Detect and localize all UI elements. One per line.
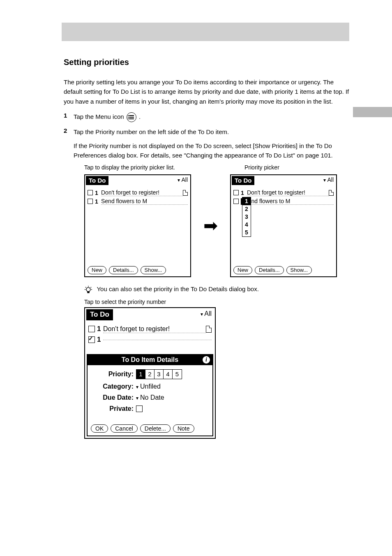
app-title: To Do xyxy=(86,176,108,185)
priority-option-2[interactable]: 2 xyxy=(242,205,251,213)
list-item[interactable]: 1 Don't forget to register! xyxy=(88,324,212,334)
priority-number[interactable]: 1 xyxy=(95,198,99,205)
new-button[interactable]: New xyxy=(233,266,252,274)
delete-button[interactable]: Delete... xyxy=(140,424,171,433)
screenshot-row: To Do All 1 Don't forget to register! 1 … xyxy=(84,174,351,277)
priority-row: Priority: 1 2 3 4 5 xyxy=(92,369,208,379)
page-content: Setting priorities The priority setting … xyxy=(64,58,351,439)
caption-priority-picker-list: Tap to display the priority picker list. xyxy=(84,164,191,171)
priority-option-1[interactable]: 1 xyxy=(242,197,251,205)
priority-popup[interactable]: 1 2 3 4 5 xyxy=(242,197,251,237)
note-paragraph: If the Priority number is not displayed … xyxy=(74,141,351,160)
todo-list: 1 Don't forget to register! 1 xyxy=(88,324,212,345)
todo-details-screen: To Do All 1 Don't forget to register! 1 … xyxy=(84,307,216,439)
step-number: 2 xyxy=(64,127,74,137)
button-bar: New Details... Show... xyxy=(233,266,312,274)
priority-option-3[interactable]: 3 xyxy=(242,213,251,221)
priority-option-5[interactable]: 5 xyxy=(242,229,251,236)
checkbox-icon[interactable] xyxy=(233,199,239,204)
todo-list: 1 Don't forget to register! 1 Send flowe… xyxy=(88,188,188,206)
app-title: To Do xyxy=(232,176,254,185)
priority-1[interactable]: 1 xyxy=(136,370,145,379)
button-bar: New Details... Show... xyxy=(88,266,166,274)
priority-number[interactable]: 1 xyxy=(241,190,245,196)
todo-screen-right: To Do All 1 Don't forget to register! 1 … xyxy=(230,174,337,277)
header-bar xyxy=(62,23,349,41)
info-icon[interactable]: i xyxy=(203,356,210,364)
list-item[interactable]: 1 Don't forget to register! xyxy=(88,188,188,197)
list-item[interactable]: 1 Send flowers to M xyxy=(88,197,188,206)
dialog-title: To Do Item Details i xyxy=(88,355,212,365)
priority-number[interactable]: 1 xyxy=(97,325,101,333)
priority-label: Priority: xyxy=(92,371,134,378)
section-heading: Setting priorities xyxy=(64,58,351,67)
step-text-a: Tap the Menu icon xyxy=(74,113,126,120)
step-2: 2 Tap the Priority number on the left si… xyxy=(64,127,351,137)
details-dialog: To Do Item Details i Priority: 1 2 3 4 5… xyxy=(87,354,213,436)
item-text[interactable]: Don't forget to register! xyxy=(247,189,329,196)
step-text-b: . xyxy=(139,113,141,120)
list-item[interactable]: 1 xyxy=(88,334,212,345)
show-button[interactable]: Show... xyxy=(141,266,166,274)
checkbox-icon[interactable] xyxy=(88,326,95,332)
private-checkbox[interactable] xyxy=(136,405,143,412)
category-dropdown[interactable]: All xyxy=(178,176,188,183)
caption-tap-priority: Tap to select the priority number xyxy=(84,299,351,305)
checkbox-icon[interactable] xyxy=(88,199,93,204)
private-row: Private: xyxy=(92,405,208,412)
dialog-buttons: OK Cancel Delete... Note xyxy=(91,424,194,433)
menu-icon xyxy=(127,112,136,122)
category-dropdown[interactable]: All xyxy=(201,310,212,317)
step-text: Tap the Priority number on the left side… xyxy=(74,127,229,137)
category-dropdown[interactable]: All xyxy=(323,176,334,183)
priority-number[interactable]: 1 xyxy=(95,190,99,196)
show-button[interactable]: Show... xyxy=(286,266,312,274)
item-text[interactable]: Don't forget to register! xyxy=(103,325,206,333)
duedate-value[interactable]: No Date xyxy=(136,394,164,401)
category-label: Category: xyxy=(92,383,134,390)
note-button[interactable]: Note xyxy=(173,424,194,433)
cancel-button[interactable]: Cancel xyxy=(111,424,138,433)
priority-option-4[interactable]: 4 xyxy=(242,221,251,229)
dialog-body: Priority: 1 2 3 4 5 Category: Unfiled Du… xyxy=(88,365,212,412)
item-text[interactable]: Send flowers to M xyxy=(101,198,188,205)
priority-2[interactable]: 2 xyxy=(145,370,154,379)
step-number: 1 xyxy=(64,112,74,122)
item-text[interactable]: Don't forget to register! xyxy=(101,189,183,196)
checkbox-icon[interactable] xyxy=(88,190,93,195)
dialog-title-text: To Do Item Details xyxy=(122,356,178,363)
todo-screen-left: To Do All 1 Don't forget to register! 1 … xyxy=(84,174,191,277)
svg-point-0 xyxy=(86,287,90,292)
priority-4[interactable]: 4 xyxy=(164,370,173,379)
step-1: 1 Tap the Menu icon . xyxy=(64,112,351,122)
note-icon[interactable] xyxy=(183,190,188,196)
priority-number[interactable]: 1 xyxy=(97,336,101,344)
ok-button[interactable]: OK xyxy=(91,424,108,433)
list-item[interactable]: 1 Don't forget to register! xyxy=(233,188,334,197)
category-row: Category: Unfiled xyxy=(92,383,208,390)
note-icon[interactable] xyxy=(329,190,334,196)
priority-5[interactable]: 5 xyxy=(173,370,182,379)
duedate-label: Due Date: xyxy=(92,394,134,401)
checkbox-checked-icon[interactable] xyxy=(88,336,95,343)
details-button[interactable]: Details... xyxy=(109,266,138,274)
app-title: To Do xyxy=(86,309,113,320)
details-button[interactable]: Details... xyxy=(255,266,284,274)
private-label: Private: xyxy=(92,405,134,412)
side-tab xyxy=(353,107,392,117)
tip-text: You can also set the priority in the To … xyxy=(97,285,258,292)
duedate-row: Due Date: No Date xyxy=(92,394,208,401)
arrow-icon: ➡ xyxy=(203,217,218,234)
item-text-empty[interactable] xyxy=(103,340,212,340)
intro-paragraph: The priority setting lets you arrange yo… xyxy=(64,77,351,106)
step-text: Tap the Menu icon . xyxy=(74,112,141,122)
priority-selector[interactable]: 1 2 3 4 5 xyxy=(136,369,182,379)
item-text[interactable]: end flowers to M xyxy=(248,198,334,205)
caption-priority-picker: Priority picker xyxy=(244,164,351,171)
category-value[interactable]: Unfiled xyxy=(136,383,161,390)
priority-3[interactable]: 3 xyxy=(154,370,164,379)
note-icon[interactable] xyxy=(206,326,212,333)
checkbox-icon[interactable] xyxy=(233,190,239,195)
new-button[interactable]: New xyxy=(88,266,106,274)
tip-icon xyxy=(84,285,92,294)
